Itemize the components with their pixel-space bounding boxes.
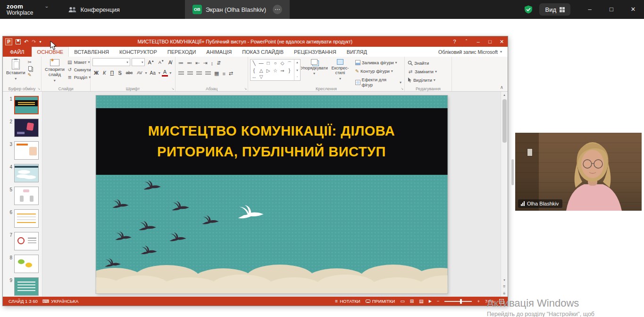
notes-button[interactable]: ≡НОТАТКИ (335, 299, 360, 304)
shape-ellipse-icon[interactable]: ○ (273, 60, 278, 67)
line-spacing-button[interactable]: ↕ (209, 60, 214, 67)
bold-button[interactable]: Ж (92, 69, 100, 76)
scroll-down-icon[interactable]: ▾ (503, 277, 505, 283)
slide-thumbnail-6[interactable]: 6 (3, 209, 42, 228)
layout-button[interactable]: ▤Макет▾ (66, 59, 92, 65)
thumbnail-preview[interactable] (14, 277, 39, 296)
font-size-combobox[interactable]: ▾ (132, 58, 145, 66)
tab-animations[interactable]: АНІМАЦІЯ (201, 47, 237, 57)
font-color-button[interactable]: А (162, 69, 168, 77)
format-painter-button[interactable]: ✎ (27, 72, 33, 77)
select-button[interactable]: Виділити▾ (407, 77, 438, 83)
ppt-titlebar[interactable]: P ↶ ↷ ▾ МИСТЕЦТВО КОМУНІКАЦІЇ+ Публічний… (3, 36, 508, 47)
slide-sorter-view-button[interactable]: ⊞ (410, 299, 414, 304)
shape-arc-icon[interactable]: ⌒ (287, 60, 292, 67)
slide-editing-area[interactable]: МИСТЕЦТВО КОМУНІКАЦІЇ: ДІЛОВА РИТОРИКА, … (42, 92, 501, 297)
language-indicator[interactable]: ⌨ УКРАЇНСЬКА (42, 299, 79, 304)
decrease-indent-button[interactable]: ⇤ (194, 60, 201, 67)
slide-thumbnail-4[interactable]: 4 (3, 164, 42, 182)
dialog-launcher-icon[interactable]: ↘ (401, 87, 403, 91)
replace-button[interactable]: ⇄Замінити▾ (407, 69, 438, 75)
section-button[interactable]: ≣Розділ▾ (66, 74, 92, 80)
justify-button[interactable] (205, 71, 211, 76)
minimize-button[interactable]: – (579, 0, 601, 19)
slide-thumbnail-8[interactable]: 8 (3, 255, 42, 273)
zoom-slider[interactable] (444, 301, 472, 302)
convert-smartart-button[interactable]: ⇄ (228, 70, 234, 77)
text-shadow-button[interactable]: S (117, 69, 123, 76)
more-options-button[interactable]: ⋯ (273, 5, 282, 14)
zoom-slider-thumb[interactable] (460, 299, 462, 304)
shape-triangle-icon[interactable]: △ (259, 68, 264, 73)
increase-indent-button[interactable]: ⇥ (202, 60, 208, 67)
character-spacing-button[interactable]: AV (135, 70, 143, 76)
slide-thumbnail-9[interactable]: 9 (3, 277, 42, 296)
shape-rect-icon[interactable]: □ (266, 60, 271, 67)
tab-insert[interactable]: ВСТАВЛЕННЯ (69, 47, 114, 57)
shape-rtriangle-icon[interactable]: ▷ (266, 68, 271, 73)
zoom-out-button[interactable]: − (437, 299, 440, 304)
slide-canvas[interactable]: МИСТЕЦТВО КОМУНІКАЦІЇ: ДІЛОВА РИТОРИКА, … (96, 95, 447, 293)
tab-design[interactable]: КОНСТРУКТОР (114, 47, 162, 57)
save-icon[interactable] (16, 39, 21, 44)
comments-button[interactable]: ПРИМІТКИ (366, 299, 395, 304)
dialog-launcher-icon[interactable]: ↘ (171, 87, 174, 91)
quick-styles-button[interactable]: Експрес-стилі ▾ (328, 58, 352, 85)
thumbnail-preview[interactable] (14, 119, 39, 137)
reading-view-button[interactable]: ▤ (419, 299, 423, 304)
italic-button[interactable]: К (101, 69, 107, 76)
slide-thumbnail-panel[interactable]: 1 2 3 4 5 6 7 8 9 (3, 92, 42, 297)
thumbnail-preview[interactable] (14, 187, 39, 205)
tab-transitions[interactable]: ПЕРЕХОДИ (162, 47, 201, 57)
shrink-font-button[interactable]: А▼ (157, 59, 166, 65)
gallery-more-icon[interactable]: ˇ (297, 76, 298, 79)
undo-icon[interactable]: ↶ (24, 39, 28, 45)
gallery-up-icon[interactable]: ▴ (296, 60, 298, 64)
shape-arrow-icon[interactable]: ⇒ (280, 68, 285, 73)
slide-thumbnail-5[interactable]: 5 (3, 187, 42, 205)
dialog-launcher-icon[interactable]: ↘ (244, 87, 247, 91)
tab-slideshow[interactable]: ПОКАЗ СЛАЙДІВ (237, 47, 289, 57)
ppt-close-button[interactable]: ✕ (496, 36, 508, 47)
shape-star-icon[interactable]: ☆ (273, 68, 278, 73)
normal-view-button[interactable]: ▭ (400, 299, 404, 304)
reset-button[interactable]: ↺Скинути (66, 67, 92, 73)
view-button[interactable]: Вид (539, 3, 570, 16)
arrange-button[interactable]: Упорядкувати ▾ (301, 58, 328, 85)
slide-thumbnail-7[interactable]: 7 (3, 232, 42, 250)
redo-icon[interactable]: ↷ (32, 39, 36, 45)
columns-button[interactable]: ▦ (213, 70, 220, 77)
new-slide-button[interactable]: Створити слайд ▾ (43, 58, 66, 85)
panel-scrollbar[interactable] (511, 159, 514, 185)
align-right-button[interactable] (196, 71, 202, 76)
clear-formatting-button[interactable]: А̸ (167, 59, 173, 66)
shape-brace-icon[interactable]: { (251, 68, 257, 73)
numbering-button[interactable]: ≕ (186, 60, 193, 67)
security-shield-icon[interactable] (524, 5, 533, 14)
tab-screen-share[interactable]: ОВ Экран (Olha Blashkiv) ⋯ (185, 0, 290, 19)
shape-pentagon-icon[interactable]: ▽ (259, 74, 264, 79)
zoom-in-button[interactable]: + (477, 299, 480, 304)
participant-video[interactable]: Olha Blashkiv (515, 133, 642, 211)
slide-thumbnail-2[interactable]: 2 (3, 119, 42, 137)
align-text-button[interactable]: ≡ (221, 70, 226, 77)
scrollbar-thumb[interactable] (502, 99, 507, 143)
account-menu[interactable]: Обліковий запис Microsoft ▾ (438, 47, 502, 57)
underline-button[interactable]: П (109, 69, 115, 76)
tab-file[interactable]: ФАЙЛ (3, 47, 32, 57)
tab-view[interactable]: ВИГЛЯД (342, 47, 372, 57)
slideshow-view-button[interactable]: ▶ (429, 299, 432, 303)
font-name-combobox[interactable]: ▾ (92, 58, 130, 66)
powerpoint-app-icon[interactable]: P (5, 38, 12, 45)
shape-brace2-icon[interactable]: } (287, 68, 292, 73)
shape-doublearrow-icon[interactable]: ↔ (251, 74, 257, 79)
grow-font-button[interactable]: А▲ (146, 59, 155, 66)
chevron-down-icon[interactable]: ˇ (45, 0, 48, 19)
align-left-button[interactable] (178, 71, 184, 76)
bullets-button[interactable]: ≔ (177, 60, 184, 67)
shape-fill-button[interactable]: Заливка фігури▾ (354, 60, 402, 66)
slide-thumbnail-3[interactable]: 3 (3, 141, 42, 160)
thumbnail-preview[interactable] (14, 164, 39, 182)
slide-scrollbar[interactable]: ▴ ▾ ⇈ ⇊ (501, 92, 508, 297)
thumbnail-preview[interactable] (14, 141, 39, 160)
